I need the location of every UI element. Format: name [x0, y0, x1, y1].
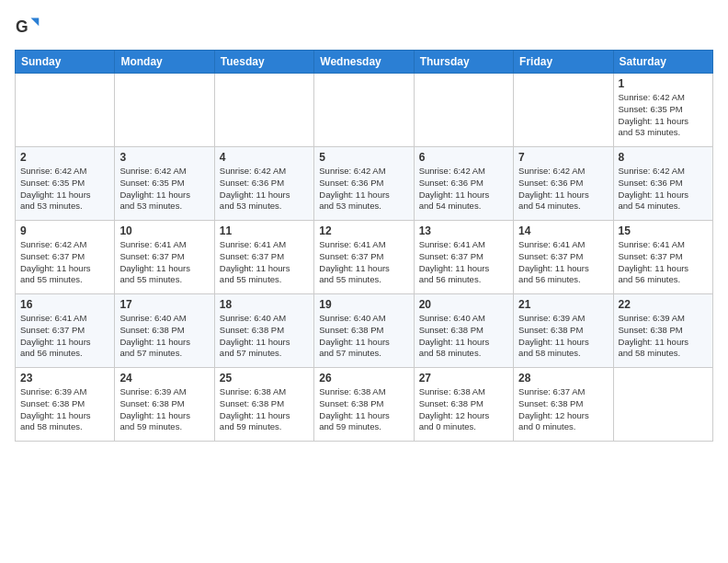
day-number: 3: [119, 151, 209, 164]
day-number: 7: [518, 151, 608, 164]
calendar-day-cell: 3Sunrise: 6:42 AM Sunset: 6:35 PM Daylig…: [115, 147, 214, 221]
day-info: Sunrise: 6:39 AM Sunset: 6:38 PM Dayligh…: [619, 313, 708, 360]
day-number: 15: [619, 224, 708, 237]
day-info: Sunrise: 6:42 AM Sunset: 6:36 PM Dayligh…: [220, 166, 309, 213]
day-number: 2: [20, 151, 109, 164]
day-number: 13: [419, 224, 508, 237]
calendar-day-cell: 14Sunrise: 6:41 AM Sunset: 6:37 PM Dayli…: [514, 221, 613, 294]
calendar-day-cell: 16Sunrise: 6:41 AM Sunset: 6:37 PM Dayli…: [16, 294, 115, 368]
calendar-day-cell: 21Sunrise: 6:39 AM Sunset: 6:38 PM Dayli…: [514, 294, 613, 368]
calendar-day-cell: 9Sunrise: 6:42 AM Sunset: 6:37 PM Daylig…: [16, 221, 115, 294]
calendar: SundayMondayTuesdayWednesdayThursdayFrid…: [15, 50, 713, 442]
day-info: Sunrise: 6:40 AM Sunset: 6:38 PM Dayligh…: [220, 313, 309, 360]
day-number: 6: [419, 151, 508, 164]
day-number: 9: [20, 224, 109, 237]
day-number: 22: [619, 298, 708, 311]
day-number: 27: [419, 372, 508, 385]
day-info: Sunrise: 6:38 AM Sunset: 6:38 PM Dayligh…: [220, 386, 309, 433]
calendar-day-cell: [414, 74, 513, 147]
calendar-day-cell: 6Sunrise: 6:42 AM Sunset: 6:36 PM Daylig…: [414, 147, 513, 221]
weekday-header: SundayMondayTuesdayWednesdayThursdayFrid…: [16, 51, 713, 74]
calendar-day-cell: 8Sunrise: 6:42 AM Sunset: 6:36 PM Daylig…: [613, 147, 712, 221]
day-info: Sunrise: 6:41 AM Sunset: 6:37 PM Dayligh…: [319, 239, 408, 286]
day-number: 8: [619, 151, 708, 164]
day-number: 20: [419, 298, 508, 311]
weekday-header-cell: Wednesday: [314, 51, 414, 74]
day-number: 14: [518, 224, 608, 237]
calendar-week-row: 23Sunrise: 6:39 AM Sunset: 6:38 PM Dayli…: [16, 368, 713, 442]
day-info: Sunrise: 6:39 AM Sunset: 6:38 PM Dayligh…: [119, 386, 209, 433]
calendar-day-cell: 13Sunrise: 6:41 AM Sunset: 6:37 PM Dayli…: [414, 221, 513, 294]
calendar-day-cell: 20Sunrise: 6:40 AM Sunset: 6:38 PM Dayli…: [414, 294, 513, 368]
day-number: 11: [220, 224, 309, 237]
day-number: 12: [319, 224, 408, 237]
day-number: 4: [220, 151, 309, 164]
weekday-header-cell: Saturday: [613, 51, 712, 74]
day-info: Sunrise: 6:41 AM Sunset: 6:37 PM Dayligh…: [20, 313, 109, 360]
day-info: Sunrise: 6:42 AM Sunset: 6:35 PM Dayligh…: [119, 166, 209, 213]
calendar-day-cell: 26Sunrise: 6:38 AM Sunset: 6:38 PM Dayli…: [314, 368, 414, 442]
calendar-day-cell: 27Sunrise: 6:38 AM Sunset: 6:38 PM Dayli…: [414, 368, 513, 442]
day-info: Sunrise: 6:40 AM Sunset: 6:38 PM Dayligh…: [419, 313, 508, 360]
day-info: Sunrise: 6:41 AM Sunset: 6:37 PM Dayligh…: [419, 239, 508, 286]
day-info: Sunrise: 6:42 AM Sunset: 6:36 PM Dayligh…: [619, 166, 708, 213]
calendar-body: 1Sunrise: 6:42 AM Sunset: 6:35 PM Daylig…: [16, 74, 713, 442]
day-number: 26: [319, 372, 408, 385]
day-info: Sunrise: 6:39 AM Sunset: 6:38 PM Dayligh…: [20, 386, 109, 433]
day-number: 24: [119, 372, 209, 385]
calendar-day-cell: [214, 74, 313, 147]
day-number: 19: [319, 298, 408, 311]
calendar-day-cell: 23Sunrise: 6:39 AM Sunset: 6:38 PM Dayli…: [16, 368, 115, 442]
day-info: Sunrise: 6:41 AM Sunset: 6:37 PM Dayligh…: [220, 239, 309, 286]
day-number: 5: [319, 151, 408, 164]
day-number: 25: [220, 372, 309, 385]
day-number: 23: [20, 372, 109, 385]
day-number: 21: [518, 298, 608, 311]
day-info: Sunrise: 6:37 AM Sunset: 6:38 PM Dayligh…: [518, 386, 608, 433]
day-info: Sunrise: 6:41 AM Sunset: 6:37 PM Dayligh…: [518, 239, 608, 286]
day-info: Sunrise: 6:41 AM Sunset: 6:37 PM Dayligh…: [619, 239, 708, 286]
logo: G: [15, 15, 44, 40]
header: G: [15, 15, 713, 40]
calendar-day-cell: 7Sunrise: 6:42 AM Sunset: 6:36 PM Daylig…: [514, 147, 613, 221]
calendar-day-cell: 17Sunrise: 6:40 AM Sunset: 6:38 PM Dayli…: [115, 294, 214, 368]
svg-text:G: G: [16, 17, 28, 36]
page: G SundayMondayTuesdayWednesdayThursdayFr…: [0, 0, 728, 451]
calendar-week-row: 2Sunrise: 6:42 AM Sunset: 6:35 PM Daylig…: [16, 147, 713, 221]
calendar-day-cell: 25Sunrise: 6:38 AM Sunset: 6:38 PM Dayli…: [214, 368, 313, 442]
calendar-day-cell: 18Sunrise: 6:40 AM Sunset: 6:38 PM Dayli…: [214, 294, 313, 368]
calendar-day-cell: [314, 74, 414, 147]
day-info: Sunrise: 6:39 AM Sunset: 6:38 PM Dayligh…: [518, 313, 608, 360]
calendar-day-cell: 2Sunrise: 6:42 AM Sunset: 6:35 PM Daylig…: [16, 147, 115, 221]
calendar-day-cell: [613, 368, 712, 442]
calendar-day-cell: 28Sunrise: 6:37 AM Sunset: 6:38 PM Dayli…: [514, 368, 613, 442]
day-info: Sunrise: 6:42 AM Sunset: 6:35 PM Dayligh…: [619, 92, 708, 139]
calendar-day-cell: 1Sunrise: 6:42 AM Sunset: 6:35 PM Daylig…: [613, 74, 712, 147]
weekday-header-cell: Thursday: [414, 51, 513, 74]
calendar-day-cell: [514, 74, 613, 147]
calendar-week-row: 9Sunrise: 6:42 AM Sunset: 6:37 PM Daylig…: [16, 221, 713, 294]
calendar-week-row: 16Sunrise: 6:41 AM Sunset: 6:37 PM Dayli…: [16, 294, 713, 368]
day-info: Sunrise: 6:38 AM Sunset: 6:38 PM Dayligh…: [319, 386, 408, 433]
day-info: Sunrise: 6:42 AM Sunset: 6:35 PM Dayligh…: [20, 166, 109, 213]
weekday-header-cell: Tuesday: [214, 51, 313, 74]
day-number: 1: [619, 77, 708, 90]
weekday-header-cell: Sunday: [16, 51, 115, 74]
calendar-day-cell: 22Sunrise: 6:39 AM Sunset: 6:38 PM Dayli…: [613, 294, 712, 368]
weekday-header-cell: Monday: [115, 51, 214, 74]
calendar-day-cell: [16, 74, 115, 147]
calendar-week-row: 1Sunrise: 6:42 AM Sunset: 6:35 PM Daylig…: [16, 74, 713, 147]
calendar-day-cell: 19Sunrise: 6:40 AM Sunset: 6:38 PM Dayli…: [314, 294, 414, 368]
day-info: Sunrise: 6:40 AM Sunset: 6:38 PM Dayligh…: [119, 313, 209, 360]
day-info: Sunrise: 6:42 AM Sunset: 6:36 PM Dayligh…: [319, 166, 408, 213]
calendar-day-cell: [115, 74, 214, 147]
calendar-day-cell: 15Sunrise: 6:41 AM Sunset: 6:37 PM Dayli…: [613, 221, 712, 294]
day-number: 28: [518, 372, 608, 385]
day-number: 17: [119, 298, 209, 311]
day-info: Sunrise: 6:41 AM Sunset: 6:37 PM Dayligh…: [119, 239, 209, 286]
calendar-day-cell: 11Sunrise: 6:41 AM Sunset: 6:37 PM Dayli…: [214, 221, 313, 294]
calendar-day-cell: 10Sunrise: 6:41 AM Sunset: 6:37 PM Dayli…: [115, 221, 214, 294]
calendar-day-cell: 5Sunrise: 6:42 AM Sunset: 6:36 PM Daylig…: [314, 147, 414, 221]
calendar-day-cell: 4Sunrise: 6:42 AM Sunset: 6:36 PM Daylig…: [214, 147, 313, 221]
day-info: Sunrise: 6:40 AM Sunset: 6:38 PM Dayligh…: [319, 313, 408, 360]
